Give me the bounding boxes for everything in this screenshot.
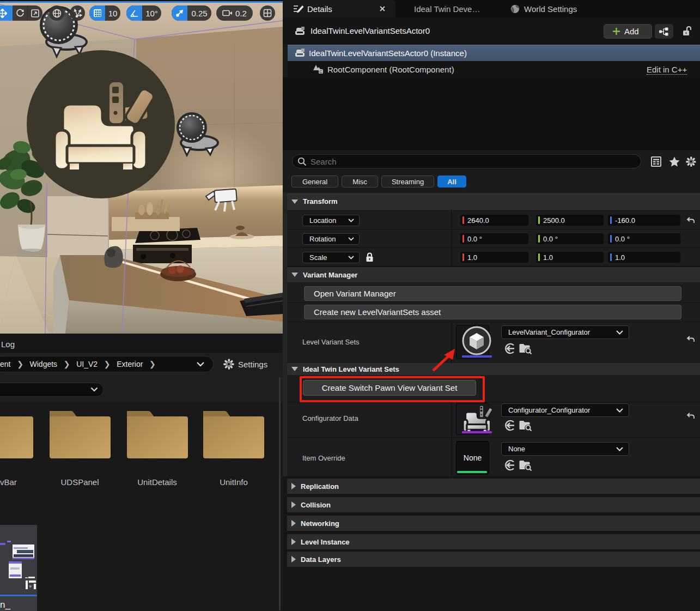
svg-text:C: C — [319, 69, 322, 74]
